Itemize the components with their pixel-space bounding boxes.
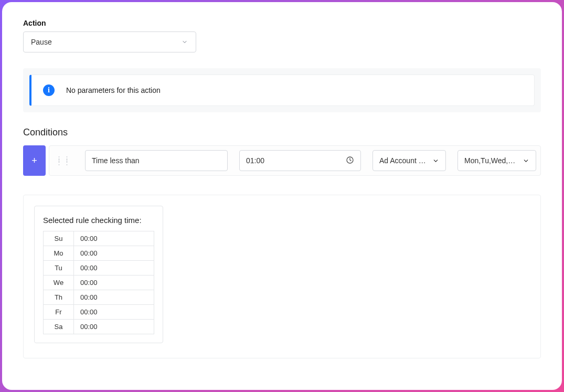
schedule-time: 00:00 (74, 305, 154, 320)
action-label: Action (23, 19, 541, 27)
schedule-time: 00:00 (74, 231, 154, 246)
chevron-down-icon (522, 157, 529, 164)
schedule-day: Tu (44, 261, 74, 276)
schedule-day: Su (44, 231, 74, 246)
action-select-value: Pause (31, 38, 181, 46)
info-icon: i (43, 84, 55, 96)
schedule-row: Th00:00 (44, 290, 154, 305)
schedule-title: Selected rule checking time: (43, 216, 154, 225)
condition-days-select[interactable]: Mon,Tu,Wed,T… (457, 150, 536, 171)
info-panel-wrap: i No parameters for this action (23, 68, 541, 112)
condition-timezone-value: Ad Account … (379, 156, 428, 165)
action-select[interactable]: Pause (23, 31, 196, 52)
schedule-day: Mo (44, 246, 74, 261)
schedule-time: 00:00 (74, 261, 154, 276)
condition-time-value: 01:00 (246, 156, 342, 165)
schedule-row: Mo00:00 (44, 246, 154, 261)
schedule-day: Fr (44, 305, 74, 320)
condition-timezone-select[interactable]: Ad Account … (373, 150, 446, 171)
condition-row: + ⋮⋮⋮⋮ 01:00 Ad Account … Mon,Tu,Wed,T… (23, 145, 541, 176)
info-text: No parameters for this action (66, 86, 161, 94)
info-panel: i No parameters for this action (29, 75, 535, 106)
schedule-panel: Selected rule checking time: Su00:00Mo00… (23, 195, 541, 358)
conditions-title: Conditions (23, 127, 541, 138)
condition-metric-input[interactable] (85, 150, 228, 171)
drag-handle-icon[interactable]: ⋮⋮⋮⋮ (54, 157, 73, 164)
schedule-time: 00:00 (74, 276, 154, 290)
schedule-row: Fr00:00 (44, 305, 154, 320)
chevron-down-icon (181, 38, 188, 46)
window: Action Pause i No parameters for this ac… (2, 2, 562, 390)
schedule-time: 00:00 (74, 320, 154, 334)
schedule-time: 00:00 (74, 246, 154, 261)
schedule-day: We (44, 276, 74, 290)
condition-days-value: Mon,Tu,Wed,T… (464, 156, 518, 165)
add-condition-button[interactable]: + (23, 145, 46, 176)
chevron-down-icon (432, 157, 439, 164)
clock-icon (346, 156, 354, 166)
schedule-row: Tu00:00 (44, 261, 154, 276)
schedule-table: Su00:00Mo00:00Tu00:00We00:00Th00:00Fr00:… (43, 231, 154, 334)
condition-body: ⋮⋮⋮⋮ 01:00 Ad Account … Mon,Tu,Wed,T… (49, 145, 541, 176)
schedule-row: We00:00 (44, 276, 154, 290)
schedule-day: Th (44, 290, 74, 305)
schedule-row: Su00:00 (44, 231, 154, 246)
schedule-time: 00:00 (74, 290, 154, 305)
schedule-card: Selected rule checking time: Su00:00Mo00… (34, 206, 163, 343)
condition-time-field[interactable]: 01:00 (239, 150, 361, 171)
schedule-row: Sa00:00 (44, 320, 154, 334)
schedule-day: Sa (44, 320, 74, 334)
